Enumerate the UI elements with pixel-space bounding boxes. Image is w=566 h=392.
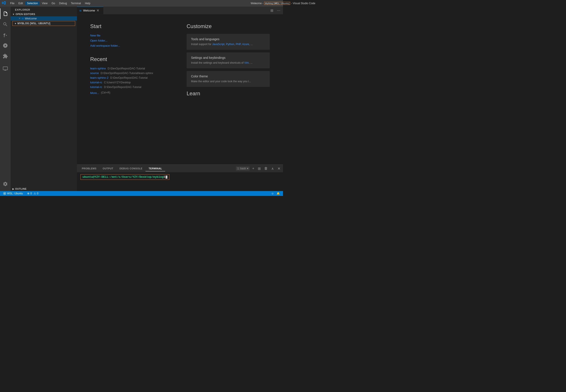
panel-tab-output[interactable]: OUTPUT [99, 166, 116, 171]
panel-tab-problems[interactable]: PROBLEMS [79, 166, 99, 171]
sidebar-item-welcome[interactable]: ✕ ≋ Welcome [11, 16, 77, 21]
panel-tabs: PROBLEMS OUTPUT DEBUG CONSOLE TERMINAL 1… [77, 165, 283, 172]
chevron-down-icon: ▼ [12, 13, 14, 15]
wsl-status[interactable]: WSL: Ubuntu [2, 191, 24, 196]
wsl-label: WSL: Ubuntu [7, 192, 23, 195]
vim-link[interactable]: Vim [244, 61, 249, 64]
warning-icon: ⚠ [34, 192, 36, 195]
recent-item-2: learn-sphinx-2 D:\DevOps\Repos\DAC-Tutor… [90, 76, 173, 79]
activity-explorer[interactable] [0, 8, 11, 19]
titlebar-menu: File Edit Selection View Go Debug Termin… [8, 1, 92, 5]
tools-languages-card[interactable]: Tools and languages Install support for … [187, 34, 270, 50]
color-theme-card[interactable]: Color theme Make the editor and your cod… [187, 71, 270, 87]
menu-selection[interactable]: Selection [25, 1, 40, 5]
settings-keybindings-title: Settings and keybindings [191, 56, 265, 59]
tab-close-button[interactable]: ✕ [97, 8, 99, 13]
recent-title: Recent [90, 56, 173, 62]
terminal-content[interactable]: ubuntu@YZY-DELL :/mnt/c/Users/YZY/Deskto… [77, 172, 283, 191]
activity-remote-explorer[interactable] [0, 63, 11, 74]
close-icon[interactable]: ✕ [19, 17, 21, 20]
tools-languages-title: Tools and languages [191, 37, 265, 41]
terminal-dollar: $ [164, 175, 165, 179]
activity-bar [0, 7, 11, 191]
menu-go[interactable]: Go [50, 1, 57, 5]
terminal-name: 1: bash [237, 167, 246, 170]
activity-run[interactable] [0, 40, 11, 51]
recent-name-0[interactable]: learn-sphinx [90, 67, 106, 70]
python-link[interactable]: Python [226, 43, 234, 46]
menu-help[interactable]: Help [83, 1, 92, 5]
activity-search[interactable] [0, 19, 11, 30]
recent-name-4[interactable]: tutorial-rc [90, 85, 102, 89]
add-terminal-button[interactable]: + [251, 166, 255, 171]
recent-path-0: D:\DevOps\Repos\DAC-Tutorial [108, 67, 145, 70]
new-file-link[interactable]: New file [90, 34, 173, 37]
recent-item-1: source D:\DevOps\Repos\DAC-Tutorial\lear… [90, 71, 173, 75]
panel-tab-actions: 1: bash ▾ + ⊞ 🗑 ∧ ✕ [236, 166, 281, 171]
menu-view[interactable]: View [40, 1, 49, 5]
terminal-cursor [166, 176, 167, 179]
account-icon-status[interactable]: ☺ [270, 191, 275, 196]
menu-debug[interactable]: Debug [57, 1, 69, 5]
split-editor-button[interactable]: ⊞ [270, 8, 274, 13]
menu-edit[interactable]: Edit [17, 1, 25, 5]
titlebar: File Edit Selection View Go Debug Termin… [0, 0, 283, 7]
notification-icon-status[interactable]: 🔔 [275, 191, 281, 196]
add-workspace-link[interactable]: Add workspace folder... [90, 44, 173, 47]
open-folder-link[interactable]: Open folder... [90, 39, 173, 42]
menu-file[interactable]: File [8, 1, 16, 5]
welcome-right-col: Customize Tools and languages Install su… [187, 23, 270, 156]
recent-item-4: tutorial-rc D:\DevOps\Repos\DAC-Tutorial [90, 85, 173, 89]
activity-source-control[interactable] [0, 30, 11, 40]
close-panel-button[interactable]: ✕ [276, 166, 281, 171]
terminal-line: ubuntu@YZY-DELL :/mnt/c/Users/YZY/Deskto… [81, 174, 279, 180]
recent-item-3: tutorial-rc C:\Users\YZY\Desktop [90, 81, 173, 84]
more-link[interactable]: More... [90, 91, 99, 95]
recent-name-1[interactable]: source [90, 71, 99, 75]
azure-link[interactable]: Azure [242, 43, 249, 46]
remote-icon [3, 192, 6, 195]
myblog-folder[interactable]: ▼ MYBLOG [WSL: UBUNTU] [12, 21, 75, 26]
terminal-user: ubuntu@YZY-DELL [83, 175, 108, 179]
title-wsl-badge: myblog [WSL: Ubuntu] [264, 2, 283, 5]
menu-terminal[interactable]: Terminal [69, 1, 83, 5]
warning-count: 0 [37, 192, 39, 195]
more-actions-button[interactable]: ⋯ [276, 8, 281, 13]
titlebar-title: Welcome - myblog [WSL: Ubuntu] - Visual … [251, 2, 283, 5]
kill-terminal-button[interactable]: 🗑 [263, 166, 269, 171]
maximize-panel-button[interactable]: ∧ [270, 166, 275, 171]
learn-title: Learn [187, 90, 270, 97]
panel-tab-terminal[interactable]: TERMINAL [145, 166, 165, 171]
tab-bar-actions: ⊞ ⋯ [268, 7, 283, 14]
terminal-path: :/mnt/c/Users/YZY/Desktop/myblog [108, 175, 164, 179]
outline-label: Outline [15, 187, 27, 190]
split-terminal-button[interactable]: ⊞ [257, 166, 262, 171]
recent-name-3[interactable]: tutorial-rc [90, 81, 102, 84]
settings-keybindings-desc: Install the settings and keyboard shortc… [191, 61, 265, 65]
settings-keybindings-card[interactable]: Settings and keybindings Install the set… [187, 52, 270, 68]
open-editors-section[interactable]: ▼ Open Editors [11, 12, 77, 16]
chevron-down-icon: ▼ [14, 22, 17, 25]
php-link[interactable]: PHP [236, 43, 241, 46]
tab-vscode-icon: ≋ [79, 9, 82, 12]
tools-languages-desc: Install support for JavaScript, Python, … [191, 42, 265, 46]
error-icon: ⊗ [27, 192, 29, 195]
outline-section[interactable]: ▶ Outline [11, 187, 77, 191]
activity-extensions[interactable] [0, 51, 11, 61]
statusbar: WSL: Ubuntu ⊗ 0 ⚠ 0 ☺ 🔔 [0, 191, 283, 196]
recent-path-4: D:\DevOps\Repos\DAC-Tutorial [104, 85, 141, 89]
recent-item-0: learn-sphinx D:\DevOps\Repos\DAC-Tutoria… [90, 67, 173, 70]
sidebar-title: Explorer [11, 7, 77, 12]
chevron-down-icon: ▾ [247, 167, 248, 170]
js-link[interactable]: JavaScript [212, 43, 224, 46]
panel-tab-debug-console[interactable]: DEBUG CONSOLE [117, 166, 146, 171]
terminal-selector[interactable]: 1: bash ▾ [236, 167, 249, 170]
errors-warnings-status[interactable]: ⊗ 0 ⚠ 0 [26, 191, 40, 196]
main-container: Explorer ▼ Open Editors ✕ ≋ Welcome ▼ MY… [0, 7, 283, 191]
recent-name-2[interactable]: learn-sphinx-2 [90, 76, 108, 79]
activity-settings[interactable] [0, 179, 11, 189]
tab-welcome-label: Welcome [83, 9, 95, 12]
welcome-left-col: Start New file Open folder... Add worksp… [90, 23, 173, 156]
titlebar-left: File Edit Selection View Go Debug Termin… [2, 1, 92, 6]
tab-welcome[interactable]: ≋ Welcome ✕ [77, 7, 103, 14]
